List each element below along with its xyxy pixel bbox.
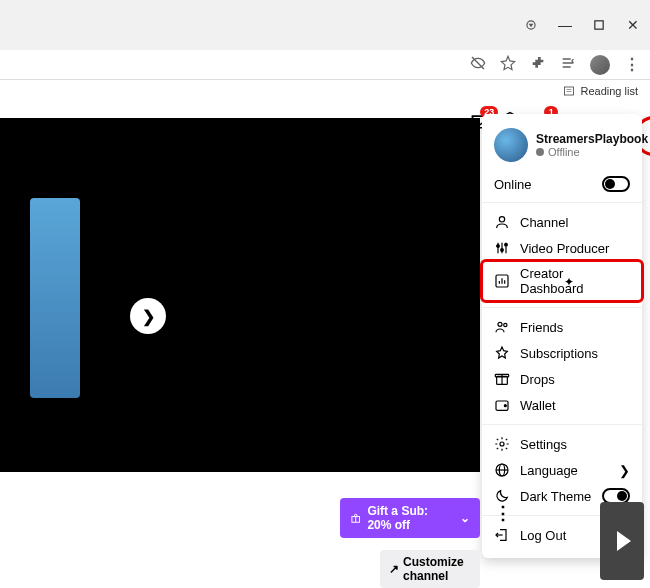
chevron-down-icon: ⌄ [460,511,470,525]
svg-point-10 [497,245,500,248]
reading-list-toolbar-icon[interactable] [560,55,576,75]
dropdown-avatar [494,128,528,162]
gift-sub-button[interactable]: Gift a Sub: 20% off ⌄ [340,498,480,538]
menu-label: Language [520,463,578,478]
online-label: Online [494,177,532,192]
chevron-right-icon: ❯ [619,463,630,478]
menu-label: Channel [520,215,568,230]
sliders-icon [494,240,510,256]
browser-toolbar: ⋮ [0,50,650,80]
menu-item-friends[interactable]: Friends [482,314,642,340]
menu-label: Subscriptions [520,346,598,361]
menu-item-video-producer[interactable]: Video Producer [482,235,642,261]
menu-item-wallet[interactable]: Wallet [482,392,642,418]
menu-separator [482,307,642,308]
menu-item-language[interactable]: Language ❯ [482,457,642,483]
online-toggle-row[interactable]: Online [482,172,642,203]
svg-point-12 [505,243,508,246]
star-icon [494,345,510,361]
svg-point-17 [498,322,502,326]
svg-point-11 [501,249,504,252]
expand-icon: ↗ [389,562,399,576]
reading-list-label: Reading list [581,85,638,97]
more-options-button[interactable]: ⋮ [494,502,512,524]
under-video-panel: Gift a Sub: 20% off ⌄ ⋮ ↗ Customize chan… [0,490,480,588]
menu-label: Wallet [520,398,556,413]
reading-list-bar[interactable]: Reading list [0,80,650,102]
window-minimize-button[interactable]: — [558,18,572,32]
menu-label: Drops [520,372,555,387]
mini-player-play-button[interactable] [600,502,644,580]
gift-sub-label: Gift a Sub: 20% off [367,504,454,532]
user-dropdown-menu: StreamersPlaybook Offline Online Channel… [482,114,642,558]
menu-label: Friends [520,320,563,335]
dropdown-username: StreamersPlaybook [536,132,648,146]
browser-window-chrome: — ✕ [0,0,650,50]
carousel-next-button[interactable]: ❯ [130,298,166,334]
gear-icon [494,436,510,452]
menu-label: Video Producer [520,241,609,256]
menu-label: Log Out [520,528,566,543]
dropdown-user-header: StreamersPlaybook Offline [482,124,642,172]
person-icon [494,214,510,230]
svg-point-24 [500,442,504,446]
hide-extension-icon[interactable] [470,55,486,75]
drops-icon [494,371,510,387]
svg-rect-3 [564,87,573,95]
extensions-icon[interactable] [530,55,546,75]
menu-item-creator-dashboard[interactable]: Creator Dashboard ✦ [482,261,642,301]
chrome-menu-icon[interactable]: ⋮ [624,55,640,74]
menu-item-subscriptions[interactable]: Subscriptions [482,340,642,366]
customize-label: Customize channel [403,555,471,583]
svg-point-6 [499,217,504,222]
wallet-icon [494,397,510,413]
svg-rect-1 [595,21,603,29]
browser-tab-actions-icon[interactable] [524,18,538,32]
list-icon [563,85,575,97]
menu-item-settings[interactable]: Settings [482,431,642,457]
menu-item-drops[interactable]: Drops [482,366,642,392]
dashboard-icon [494,273,510,289]
customize-channel-button[interactable]: ↗ Customize channel [380,550,480,588]
svg-point-23 [504,405,506,407]
logout-icon [494,527,510,543]
bookmark-star-icon[interactable] [500,55,516,75]
dropdown-status: Offline [536,146,648,158]
window-close-button[interactable]: ✕ [626,18,640,32]
menu-label: Creator Dashboard [520,266,630,296]
chrome-profile-avatar[interactable] [590,55,610,75]
svg-point-18 [504,323,507,326]
window-maximize-button[interactable] [592,18,606,32]
video-thumbnail [30,198,80,398]
gift-icon [350,511,361,525]
menu-label: Settings [520,437,567,452]
friends-icon [494,319,510,335]
menu-label: Dark Theme [520,489,591,504]
globe-icon [494,462,510,478]
online-toggle[interactable] [602,176,630,192]
video-player[interactable]: ❯ [0,118,480,472]
menu-item-channel[interactable]: Channel [482,209,642,235]
menu-separator [482,424,642,425]
